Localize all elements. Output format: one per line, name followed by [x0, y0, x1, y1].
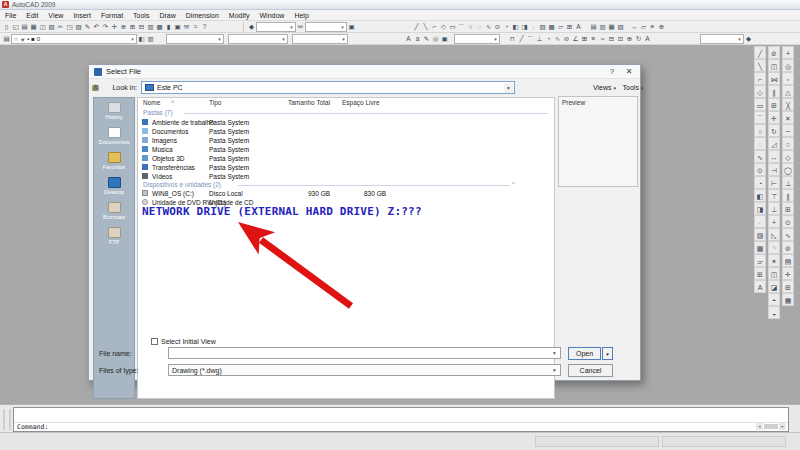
break-at-point-icon[interactable]: ⊤	[768, 189, 780, 202]
quickcalc-icon[interactable]: ⌗	[191, 22, 200, 32]
menu-item[interactable]: File	[0, 12, 21, 19]
dimension-break-icon[interactable]: ⊟	[607, 34, 616, 44]
polyline-icon[interactable]: ⌐	[754, 72, 766, 85]
ordinate-icon[interactable]: ⊥	[535, 34, 544, 44]
sheet-set-manager-icon[interactable]: ▣	[173, 22, 182, 32]
snap-parallel-icon[interactable]: ∥	[782, 189, 794, 202]
collapse-group-icon[interactable]: ^	[512, 181, 515, 187]
rotate-icon[interactable]: ↻	[768, 124, 780, 137]
select-initial-view-checkbox[interactable]	[151, 338, 158, 345]
continue-icon[interactable]: ≈	[598, 34, 607, 44]
menu-item[interactable]: Format	[96, 12, 128, 19]
file-list-row[interactable]: WIN8_OS (C:) Disco Local 930 GB 830 GB	[138, 189, 556, 198]
dropdown-arrow-icon[interactable]: ▾	[288, 23, 295, 31]
look-in-combo[interactable]: Este PC ▾	[141, 81, 515, 94]
dropdown-arrow-icon[interactable]: ▾	[550, 366, 559, 375]
qnew-icon[interactable]: ▯	[2, 22, 11, 32]
point-icon[interactable]: ∙	[529, 22, 538, 32]
properties-icon[interactable]: ▥	[146, 22, 155, 32]
hatch-icon[interactable]: ▨	[754, 228, 766, 241]
snap-tangent-icon[interactable]: ◯	[782, 163, 794, 176]
file-list-row[interactable]: Transferências Pasta System	[138, 163, 556, 172]
dropdown-arrow-icon[interactable]: ▾	[504, 83, 513, 93]
construction-line-icon[interactable]: ╲	[754, 59, 766, 72]
workspaces-icon[interactable]: ◆	[247, 22, 256, 32]
ortho-icon[interactable]: ⊞	[782, 280, 794, 293]
ellipse-icon[interactable]: ⊙	[493, 22, 502, 32]
quick-dimension-icon[interactable]: ⊞	[580, 34, 589, 44]
command-history[interactable]: Command: ◂ ▸	[13, 407, 789, 432]
dialog-title-bar[interactable]: Select File ? ✕	[89, 65, 640, 79]
revision-cloud-icon[interactable]: ◌	[754, 137, 766, 150]
hatch-icon[interactable]: ▨	[538, 22, 547, 32]
erase-icon[interactable]: ⊘	[768, 46, 780, 59]
list-icon[interactable]: ≡	[648, 22, 657, 32]
text-style-combo[interactable]: ▾	[454, 34, 500, 44]
designcenter-icon[interactable]: ▩	[155, 22, 164, 32]
group-header-folders[interactable]: Pastas (7)	[143, 109, 173, 117]
radius-icon[interactable]: ◔	[544, 34, 553, 44]
scale-icon[interactable]: ◿	[768, 137, 780, 150]
table-icon[interactable]: ⊞	[565, 22, 574, 32]
osnap-settings-icon[interactable]: ▤	[782, 254, 794, 267]
spline-icon[interactable]: ∿	[754, 150, 766, 163]
views-menu-button[interactable]: Views ▾	[591, 81, 618, 94]
snap-midpoint-icon[interactable]: △	[782, 85, 794, 98]
line-icon[interactable]: ╱	[754, 46, 766, 59]
make-block-icon[interactable]: ◨	[754, 202, 766, 215]
zoom-previous-icon[interactable]: ⊟	[137, 22, 146, 32]
polygon-icon[interactable]: ◇	[754, 85, 766, 98]
offset-icon[interactable]: ∥	[768, 85, 780, 98]
open-icon[interactable]: ◱	[11, 22, 20, 32]
column-header-name[interactable]: Nome	[143, 99, 160, 106]
grid-icon[interactable]: ▦	[782, 293, 794, 306]
publish-icon[interactable]: ▧	[47, 22, 56, 32]
ellipse-arc-icon[interactable]: ◔	[502, 22, 511, 32]
dimension-update-icon[interactable]: A	[643, 34, 652, 44]
copy-icon[interactable]: ◳	[65, 22, 74, 32]
layer-states-icon[interactable]: ▥	[146, 34, 155, 44]
distance-icon[interactable]: ↔	[630, 22, 639, 32]
scrollbar-thumb[interactable]	[764, 424, 778, 429]
help-icon[interactable]: ?	[200, 22, 209, 32]
line-icon[interactable]: ╱	[412, 22, 421, 32]
insert-block-icon[interactable]: ◧	[754, 189, 766, 202]
draw-order-above-icon[interactable]: ◓	[768, 293, 780, 306]
move-icon[interactable]: ✛	[768, 111, 780, 124]
tolerance-icon[interactable]: ⊡	[616, 34, 625, 44]
workspace-combo[interactable]: ▾	[256, 22, 296, 32]
temporary-track-point-icon[interactable]: +	[782, 46, 794, 59]
center-mark-icon[interactable]: ⊕	[625, 34, 634, 44]
column-header-type[interactable]: Tipo	[209, 99, 221, 106]
menu-item[interactable]: Dimension	[181, 12, 224, 19]
angular-icon[interactable]: ∠	[571, 34, 580, 44]
cut-icon[interactable]: ✂	[56, 22, 65, 32]
lineweight-combo[interactable]: ▾	[292, 34, 348, 44]
extend-icon[interactable]: ⊢	[768, 176, 780, 189]
match-properties-icon[interactable]: ✎	[83, 22, 92, 32]
dimension-style-icon[interactable]: ◆	[744, 34, 753, 44]
multiline-text-icon[interactable]: A	[574, 22, 583, 32]
arc-icon[interactable]: ⌒	[457, 22, 466, 32]
linetype-combo[interactable]: ▾	[228, 34, 288, 44]
cancel-button[interactable]: Cancel	[568, 364, 613, 377]
snap-center-icon[interactable]: ○	[782, 137, 794, 150]
draw-order-under-icon[interactable]: ◒	[768, 306, 780, 319]
open-split-arrow-icon[interactable]: ▾	[602, 347, 613, 360]
menu-item[interactable]: Tools	[128, 12, 154, 19]
command-input-line[interactable]: Command: ◂ ▸	[14, 422, 788, 431]
layer-combo[interactable]: ○☀▪■ 0 ▾	[11, 34, 137, 44]
dimension-edit-icon[interactable]: ↻	[634, 34, 643, 44]
fillet-icon[interactable]: ◝	[768, 241, 780, 254]
copy-icon[interactable]: ◫	[768, 59, 780, 72]
menu-item[interactable]: Window	[254, 12, 289, 19]
rectangle-icon[interactable]: ▭	[754, 98, 766, 111]
close-icon[interactable]: ✕	[623, 67, 635, 76]
places-bar-item[interactable]: Favoritos	[94, 148, 134, 173]
polygon-icon[interactable]: ◇	[439, 22, 448, 32]
draw-order-back-icon[interactable]: ◪	[768, 280, 780, 293]
zoom-realtime-icon[interactable]: ⊕	[119, 22, 128, 32]
aligned-dimension-icon[interactable]: ╱	[517, 34, 526, 44]
dropdown-arrow-icon[interactable]: ▾	[129, 35, 136, 43]
snap-endpoint-icon[interactable]: ▫	[782, 72, 794, 85]
